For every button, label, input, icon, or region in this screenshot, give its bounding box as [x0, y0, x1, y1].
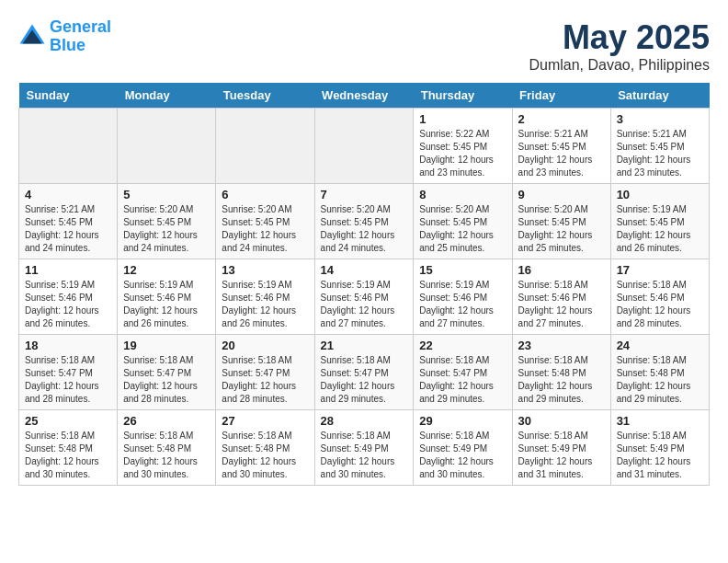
calendar-cell: 26Sunrise: 5:18 AMSunset: 5:48 PMDayligh… — [118, 410, 216, 486]
day-number: 13 — [222, 263, 308, 277]
calendar-week-3: 11Sunrise: 5:19 AMSunset: 5:46 PMDayligh… — [19, 259, 710, 335]
day-number: 5 — [123, 188, 210, 201]
day-info: Sunrise: 5:21 AMSunset: 5:45 PMDaylight:… — [25, 203, 111, 255]
page-header: General Blue May 2025 Dumlan, Davao, Phi… — [18, 18, 710, 74]
calendar-cell: 31Sunrise: 5:18 AMSunset: 5:49 PMDayligh… — [610, 410, 709, 486]
day-info: Sunrise: 5:18 AMSunset: 5:47 PMDaylight:… — [123, 354, 210, 406]
day-number: 1 — [419, 112, 506, 126]
calendar-table: SundayMondayTuesdayWednesdayThursdayFrid… — [18, 83, 710, 486]
day-info: Sunrise: 5:18 AMSunset: 5:48 PMDaylight:… — [222, 430, 308, 481]
day-number: 24 — [617, 339, 703, 352]
day-number: 8 — [419, 188, 506, 201]
day-number: 20 — [222, 339, 308, 352]
logo-icon — [18, 23, 46, 51]
calendar-cell: 8Sunrise: 5:20 AMSunset: 5:45 PMDaylight… — [414, 184, 512, 259]
day-number: 25 — [25, 414, 111, 428]
calendar-title: May 2025 — [529, 18, 710, 57]
day-info: Sunrise: 5:19 AMSunset: 5:46 PMDaylight:… — [123, 279, 210, 330]
calendar-cell: 21Sunrise: 5:18 AMSunset: 5:47 PMDayligh… — [314, 335, 414, 410]
calendar-cell — [314, 109, 414, 184]
calendar-cell: 6Sunrise: 5:20 AMSunset: 5:45 PMDaylight… — [216, 184, 314, 259]
calendar-cell: 2Sunrise: 5:21 AMSunset: 5:45 PMDaylight… — [512, 109, 610, 184]
day-number: 30 — [518, 414, 605, 428]
day-info: Sunrise: 5:18 AMSunset: 5:48 PMDaylight:… — [518, 354, 605, 406]
calendar-cell: 20Sunrise: 5:18 AMSunset: 5:47 PMDayligh… — [216, 335, 314, 410]
day-number: 21 — [321, 339, 408, 352]
day-header-tuesday: Tuesday — [216, 83, 314, 109]
day-info: Sunrise: 5:19 AMSunset: 5:46 PMDaylight:… — [222, 279, 308, 330]
day-number: 16 — [518, 263, 605, 277]
calendar-cell: 16Sunrise: 5:18 AMSunset: 5:46 PMDayligh… — [512, 259, 610, 335]
day-number: 23 — [518, 339, 605, 352]
calendar-cell: 15Sunrise: 5:19 AMSunset: 5:46 PMDayligh… — [414, 259, 512, 335]
day-number: 9 — [518, 188, 605, 201]
day-info: Sunrise: 5:18 AMSunset: 5:49 PMDaylight:… — [321, 430, 408, 481]
day-number: 7 — [321, 188, 408, 201]
day-number: 29 — [419, 414, 506, 428]
calendar-cell: 25Sunrise: 5:18 AMSunset: 5:48 PMDayligh… — [19, 410, 118, 486]
calendar-cell: 11Sunrise: 5:19 AMSunset: 5:46 PMDayligh… — [19, 259, 118, 335]
calendar-cell — [216, 109, 314, 184]
day-info: Sunrise: 5:19 AMSunset: 5:46 PMDaylight:… — [25, 279, 111, 330]
day-number: 4 — [25, 188, 111, 201]
logo-text: General Blue — [50, 18, 111, 55]
calendar-week-1: 1Sunrise: 5:22 AMSunset: 5:45 PMDaylight… — [19, 109, 710, 184]
day-info: Sunrise: 5:18 AMSunset: 5:47 PMDaylight:… — [25, 354, 111, 406]
day-number: 19 — [123, 339, 210, 352]
day-number: 31 — [617, 414, 703, 428]
day-number: 10 — [617, 188, 703, 201]
calendar-cell: 4Sunrise: 5:21 AMSunset: 5:45 PMDaylight… — [19, 184, 118, 259]
day-info: Sunrise: 5:18 AMSunset: 5:49 PMDaylight:… — [419, 430, 506, 481]
day-info: Sunrise: 5:19 AMSunset: 5:45 PMDaylight:… — [617, 203, 703, 255]
calendar-cell: 28Sunrise: 5:18 AMSunset: 5:49 PMDayligh… — [314, 410, 414, 486]
calendar-cell: 30Sunrise: 5:18 AMSunset: 5:49 PMDayligh… — [512, 410, 610, 486]
day-info: Sunrise: 5:18 AMSunset: 5:49 PMDaylight:… — [617, 430, 703, 481]
day-info: Sunrise: 5:18 AMSunset: 5:48 PMDaylight:… — [617, 354, 703, 406]
day-number: 6 — [222, 188, 308, 201]
calendar-cell: 1Sunrise: 5:22 AMSunset: 5:45 PMDaylight… — [414, 109, 512, 184]
day-number: 12 — [123, 263, 210, 277]
day-header-wednesday: Wednesday — [314, 83, 414, 109]
day-info: Sunrise: 5:22 AMSunset: 5:45 PMDaylight:… — [419, 128, 506, 179]
calendar-cell: 24Sunrise: 5:18 AMSunset: 5:48 PMDayligh… — [610, 335, 709, 410]
day-number: 26 — [123, 414, 210, 428]
day-number: 17 — [617, 263, 703, 277]
day-info: Sunrise: 5:18 AMSunset: 5:46 PMDaylight:… — [518, 279, 605, 330]
calendar-cell: 9Sunrise: 5:20 AMSunset: 5:45 PMDaylight… — [512, 184, 610, 259]
day-info: Sunrise: 5:21 AMSunset: 5:45 PMDaylight:… — [518, 128, 605, 179]
day-info: Sunrise: 5:19 AMSunset: 5:46 PMDaylight:… — [419, 279, 506, 330]
calendar-cell: 23Sunrise: 5:18 AMSunset: 5:48 PMDayligh… — [512, 335, 610, 410]
day-number: 28 — [321, 414, 408, 428]
calendar-cell — [118, 109, 216, 184]
day-info: Sunrise: 5:20 AMSunset: 5:45 PMDaylight:… — [123, 203, 210, 255]
day-info: Sunrise: 5:18 AMSunset: 5:47 PMDaylight:… — [321, 354, 408, 406]
day-header-monday: Monday — [118, 83, 216, 109]
logo: General Blue — [18, 18, 111, 55]
day-number: 14 — [321, 263, 408, 277]
calendar-body: 1Sunrise: 5:22 AMSunset: 5:45 PMDaylight… — [19, 109, 710, 486]
day-number: 2 — [518, 112, 605, 126]
day-info: Sunrise: 5:19 AMSunset: 5:46 PMDaylight:… — [321, 279, 408, 330]
calendar-week-5: 25Sunrise: 5:18 AMSunset: 5:48 PMDayligh… — [19, 410, 710, 486]
day-number: 18 — [25, 339, 111, 352]
day-info: Sunrise: 5:20 AMSunset: 5:45 PMDaylight:… — [419, 203, 506, 255]
day-info: Sunrise: 5:20 AMSunset: 5:45 PMDaylight:… — [222, 203, 308, 255]
calendar-cell: 14Sunrise: 5:19 AMSunset: 5:46 PMDayligh… — [314, 259, 414, 335]
day-info: Sunrise: 5:18 AMSunset: 5:48 PMDaylight:… — [25, 430, 111, 481]
calendar-cell: 12Sunrise: 5:19 AMSunset: 5:46 PMDayligh… — [118, 259, 216, 335]
day-header-saturday: Saturday — [610, 83, 709, 109]
calendar-cell: 13Sunrise: 5:19 AMSunset: 5:46 PMDayligh… — [216, 259, 314, 335]
day-info: Sunrise: 5:20 AMSunset: 5:45 PMDaylight:… — [321, 203, 408, 255]
title-block: May 2025 Dumlan, Davao, Philippines — [529, 18, 710, 74]
day-info: Sunrise: 5:18 AMSunset: 5:47 PMDaylight:… — [419, 354, 506, 406]
day-number: 27 — [222, 414, 308, 428]
calendar-cell: 10Sunrise: 5:19 AMSunset: 5:45 PMDayligh… — [610, 184, 709, 259]
calendar-cell: 18Sunrise: 5:18 AMSunset: 5:47 PMDayligh… — [19, 335, 118, 410]
calendar-week-2: 4Sunrise: 5:21 AMSunset: 5:45 PMDaylight… — [19, 184, 710, 259]
calendar-cell — [19, 109, 118, 184]
calendar-cell: 5Sunrise: 5:20 AMSunset: 5:45 PMDaylight… — [118, 184, 216, 259]
day-header-friday: Friday — [512, 83, 610, 109]
day-number: 15 — [419, 263, 506, 277]
calendar-week-4: 18Sunrise: 5:18 AMSunset: 5:47 PMDayligh… — [19, 335, 710, 410]
day-info: Sunrise: 5:21 AMSunset: 5:45 PMDaylight:… — [617, 128, 703, 179]
